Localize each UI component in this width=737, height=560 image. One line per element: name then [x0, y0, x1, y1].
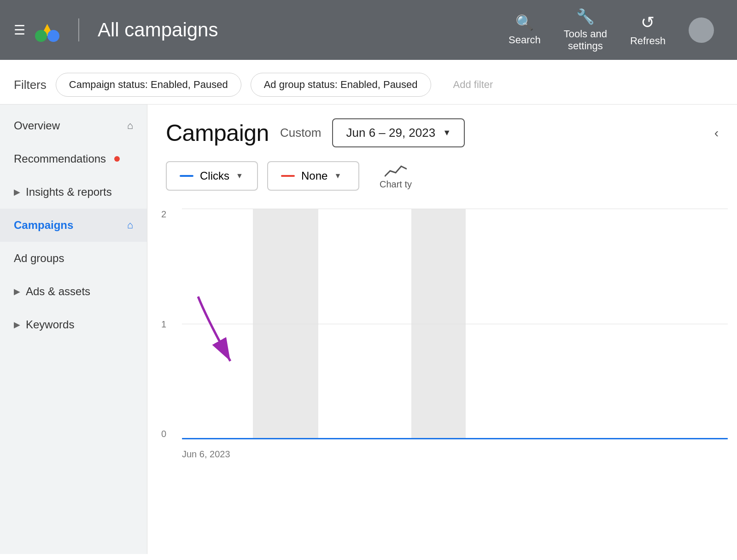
recommendations-label: Recommendations	[14, 152, 106, 165]
tools-settings-button[interactable]: 🔧 Tools and settings	[564, 8, 607, 52]
home-icon: ⌂	[127, 120, 133, 132]
add-filter-button[interactable]: Add filter	[440, 73, 506, 96]
expand-icon-keywords: ▶	[14, 320, 20, 330]
none-metric-dropdown[interactable]: None ▼	[267, 161, 359, 191]
tools-icon: 🔧	[576, 8, 595, 25]
recommendations-badge	[114, 156, 120, 162]
sidebar-item-campaigns[interactable]: Campaigns ⌂	[0, 209, 147, 242]
overview-label: Overview	[14, 119, 60, 132]
clicks-metric-label: Clicks	[200, 169, 229, 182]
header-divider	[78, 18, 79, 41]
chart-controls: Clicks ▼ None ▼ Chart ty	[147, 157, 737, 200]
highlighted-region-1	[253, 209, 318, 439]
custom-label: Custom	[280, 126, 322, 140]
refresh-icon: ↺	[641, 13, 655, 32]
sidebar-item-ad-groups[interactable]: Ad groups	[0, 242, 147, 275]
refresh-label: Refresh	[630, 35, 666, 47]
sidebar-item-recommendations[interactable]: Recommendations	[0, 142, 147, 175]
data-line-clicks	[182, 438, 728, 439]
search-button[interactable]: 🔍 Search	[509, 14, 541, 46]
none-dropdown-arrow: ▼	[334, 172, 341, 180]
sidebar: Overview ⌂ Recommendations ▶ Insights & …	[0, 105, 147, 554]
ad-groups-label: Ad groups	[14, 252, 64, 265]
menu-icon[interactable]: ☰	[14, 23, 25, 38]
expand-icon-ads: ▶	[14, 286, 20, 297]
filters-label: Filters	[14, 78, 47, 92]
campaigns-home-icon: ⌂	[127, 219, 133, 231]
date-dropdown-arrow: ▼	[443, 128, 451, 138]
google-ads-logo	[35, 18, 60, 43]
ads-assets-label: Ads & assets	[26, 285, 90, 298]
x-label-start: Jun 6, 2023	[182, 449, 230, 460]
none-metric-label: None	[301, 169, 328, 182]
clicks-metric-dropdown[interactable]: Clicks ▼	[166, 161, 258, 191]
highlighted-region-2	[411, 209, 466, 439]
clicks-dropdown-arrow: ▼	[236, 172, 243, 180]
y-axis: 0 1 2	[161, 209, 166, 439]
tools-label: Tools and settings	[564, 28, 607, 52]
chart-canvas: Jun 6, 2023	[182, 209, 728, 439]
main-layout: Overview ⌂ Recommendations ▶ Insights & …	[0, 105, 737, 554]
sidebar-item-overview[interactable]: Overview ⌂	[0, 109, 147, 142]
search-label: Search	[509, 34, 541, 46]
y-label-1: 1	[161, 319, 166, 330]
keywords-label: Keywords	[26, 318, 74, 331]
content-title: Campaign	[166, 120, 269, 146]
none-line-indicator	[281, 175, 295, 177]
collapse-button[interactable]: ‹	[714, 126, 719, 140]
sidebar-item-keywords[interactable]: ▶ Keywords	[0, 308, 147, 341]
ad-group-status-filter[interactable]: Ad group status: Enabled, Paused	[251, 73, 431, 97]
campaign-status-filter[interactable]: Campaign status: Enabled, Paused	[56, 73, 241, 97]
app-header: ☰ All campaigns 🔍 Search 🔧 Tools and set…	[0, 0, 737, 60]
y-label-0: 0	[161, 429, 166, 439]
chart-type-label: Chart ty	[380, 179, 412, 190]
refresh-button[interactable]: ↺ Refresh	[630, 13, 666, 47]
arrow-annotation	[170, 292, 253, 384]
line-chart-icon	[385, 163, 407, 179]
content-header: Campaign Custom Jun 6 – 29, 2023 ▼ ‹	[147, 105, 737, 157]
date-range-text: Jun 6 – 29, 2023	[346, 126, 435, 140]
search-icon: 🔍	[515, 14, 534, 31]
chart-type-button[interactable]: Chart ty	[380, 163, 412, 190]
campaigns-label: Campaigns	[14, 219, 73, 232]
sidebar-item-ads-assets[interactable]: ▶ Ads & assets	[0, 275, 147, 308]
insights-reports-label: Insights & reports	[26, 186, 112, 198]
user-avatar[interactable]	[689, 18, 714, 43]
clicks-line-indicator	[180, 175, 193, 177]
page-title: All campaigns	[98, 19, 499, 41]
svg-point-1	[47, 30, 59, 42]
expand-icon-insights: ▶	[14, 187, 20, 197]
content-area: Campaign Custom Jun 6 – 29, 2023 ▼ ‹ Cli…	[147, 105, 737, 554]
sidebar-item-insights-reports[interactable]: ▶ Insights & reports	[0, 175, 147, 209]
header-actions: 🔍 Search 🔧 Tools and settings ↺ Refresh	[509, 8, 714, 52]
svg-point-2	[35, 30, 47, 42]
y-label-2: 2	[161, 209, 166, 220]
chart-area: 0 1 2 Jun 6, 2023	[157, 200, 737, 476]
filters-bar: Filters Campaign status: Enabled, Paused…	[0, 60, 737, 105]
date-range-dropdown[interactable]: Jun 6 – 29, 2023 ▼	[332, 118, 465, 147]
